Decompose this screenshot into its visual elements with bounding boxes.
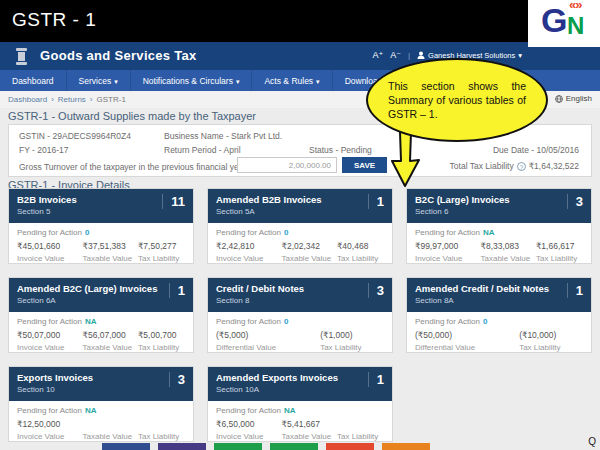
breadcrumb-dashboard[interactable]: Dashboard — [8, 95, 47, 104]
card-body: Pending for ActionNA ₹50,07,000Invoice V… — [9, 312, 193, 352]
bottom-tile — [214, 443, 262, 450]
business-name: Business Name - Stark Pvt Ltd. — [164, 131, 282, 141]
value: ₹40,468 — [337, 241, 384, 251]
gstr1-dashboard-screen: GSTR - 1 G «» N Goods and Services Tax A… — [0, 0, 600, 450]
card-exports-invoices[interactable]: Exports Invoices Section 10 3 Pending fo… — [8, 366, 194, 442]
card-count-badge: 11 — [162, 194, 185, 209]
corner-glyph: Q — [588, 436, 596, 447]
chevron-down-icon: ▾ — [518, 51, 522, 60]
breadcrumb: Dashboard › Returns › GSTR-1 — [8, 95, 126, 104]
pending-label: Pending for Action — [415, 317, 480, 326]
chevron-down-icon: ▾ — [236, 78, 240, 85]
gstin-value: GSTIN - 29ADECS9964R0Z4 — [19, 131, 131, 141]
value-label: Differential Value — [216, 343, 320, 352]
card-header: Amended B2C (Large) Invoices Section 6A … — [9, 278, 193, 312]
info-icon[interactable]: ? — [517, 162, 526, 171]
pending-value: NA — [284, 406, 296, 415]
invoice-cards-grid: B2B Invoices Section 5 11 Pending for Ac… — [8, 188, 592, 442]
value-label: Invoice Value — [216, 432, 282, 441]
gross-turnover-input[interactable] — [237, 157, 337, 173]
card-amended-b2b-invoices[interactable]: Amended B2B Invoices Section 5A 1 Pendin… — [207, 188, 393, 264]
card-b2b-invoices[interactable]: B2B Invoices Section 5 11 Pending for Ac… — [8, 188, 194, 264]
nav-item-dashboard[interactable]: Dashboard — [0, 70, 67, 91]
card-b2c-large-invoices[interactable]: B2C (Large) Invoices Section 6 3 Pending… — [406, 188, 592, 264]
bottom-tile — [382, 443, 430, 450]
value — [337, 419, 384, 429]
card-count-badge: 1 — [368, 372, 384, 387]
card-section: Section 8A — [415, 296, 583, 305]
value-label: Taxable Value — [83, 432, 138, 441]
value-label: Invoice Value — [17, 432, 83, 441]
return-period: Return Period - April — [164, 145, 241, 155]
pending-label: Pending for Action — [216, 317, 281, 326]
language-label: English — [566, 94, 592, 103]
card-section: Section 5A — [216, 207, 384, 216]
card-header: Amended Exports Invoices Section 10A 1 — [208, 367, 392, 401]
bottom-tiles-row — [102, 443, 430, 450]
card-section: Section 6 — [415, 207, 583, 216]
bottom-tile — [102, 443, 150, 450]
value: ₹37,51,383 — [83, 241, 138, 251]
card-count-badge: 1 — [567, 283, 583, 298]
value: (₹1,000) — [320, 330, 384, 340]
status-badge: Status - Pending — [309, 145, 372, 155]
font-increase-button[interactable]: A⁺ — [372, 50, 383, 60]
value: ₹45,01,660 — [17, 241, 83, 251]
value-label: Tax Liability — [138, 254, 185, 263]
india-emblem-icon — [14, 46, 29, 66]
card-section: Section 10A — [216, 385, 384, 394]
annotation-callout: This section shows the Summary of variou… — [366, 58, 548, 142]
pending-label: Pending for Action — [17, 317, 82, 326]
card-title: Amended Credit / Debit Notes — [415, 283, 583, 294]
pending-value: NA — [85, 317, 97, 326]
globe-icon — [555, 95, 563, 103]
card-amended-b2c-large-invoices[interactable]: Amended B2C (Large) Invoices Section 6A … — [8, 277, 194, 353]
value-label: Invoice Value — [17, 343, 83, 352]
pending-label: Pending for Action — [17, 406, 82, 415]
card-credit-debit-notes[interactable]: Credit / Debit Notes Section 8 3 Pending… — [207, 277, 393, 353]
card-amended-exports-invoices[interactable]: Amended Exports Invoices Section 10A 1 P… — [207, 366, 393, 442]
pending-value: 0 — [284, 317, 288, 326]
value: ₹2,02,342 — [282, 241, 337, 251]
value: ₹56,07,000 — [83, 330, 138, 340]
value: (₹50,000) — [415, 330, 519, 340]
card-section: Section 10 — [17, 385, 185, 394]
card-amended-credit-debit-notes[interactable]: Amended Credit / Debit Notes Section 8A … — [406, 277, 592, 353]
header-divider: | — [408, 51, 410, 60]
pending-value: 0 — [483, 317, 487, 326]
save-button[interactable]: SAVE — [342, 157, 387, 173]
card-header: Credit / Debit Notes Section 8 3 — [208, 278, 392, 312]
card-body: Pending for Action0 ₹2,42,810Invoice Val… — [208, 223, 392, 263]
bottom-tile — [270, 443, 318, 450]
total-tax-liability: Total Tax Liability ? ₹1,64,32,522 — [450, 161, 579, 171]
value — [83, 419, 138, 429]
pending-value: NA — [85, 406, 97, 415]
pending-label: Pending for Action — [415, 228, 480, 237]
breadcrumb-separator: › — [90, 95, 93, 104]
gstn-logo: G «» N — [528, 0, 600, 47]
value: ₹1,66,617 — [536, 241, 583, 251]
card-count-badge: 1 — [368, 194, 384, 209]
total-tax-value: ₹1,64,32,522 — [529, 161, 579, 171]
value-label: Differential Value — [415, 343, 519, 352]
card-body: Pending for ActionNA ₹6,50,000Invoice Va… — [208, 401, 392, 441]
card-header: Exports Invoices Section 10 3 — [9, 367, 193, 401]
card-body: Pending for Action0 (₹50,000)Differentia… — [407, 312, 591, 352]
app-title: Goods and Services Tax — [40, 48, 197, 63]
bottom-tile — [326, 443, 374, 450]
nav-item-notifications[interactable]: Notifications & Circulars▾ — [131, 70, 253, 91]
value-label: Tax Liability — [337, 432, 384, 441]
card-title: Amended B2B Invoices — [216, 194, 384, 205]
language-selector[interactable]: English — [555, 94, 592, 103]
value: ₹7,50,277 — [138, 241, 185, 251]
font-decrease-button[interactable]: A⁻ — [390, 50, 401, 60]
card-section: Section 8 — [216, 296, 384, 305]
value-label: Taxable Value — [282, 254, 337, 263]
card-header: Amended Credit / Debit Notes Section 8A … — [407, 278, 591, 312]
value: (₹10,000) — [519, 330, 583, 340]
breadcrumb-returns[interactable]: Returns — [58, 95, 86, 104]
nav-item-acts-rules[interactable]: Acts & Rules▾ — [252, 70, 332, 91]
pending-value: 0 — [85, 228, 89, 237]
nav-item-services[interactable]: Services▾ — [67, 70, 131, 91]
gstn-logo-g: G — [541, 1, 567, 40]
